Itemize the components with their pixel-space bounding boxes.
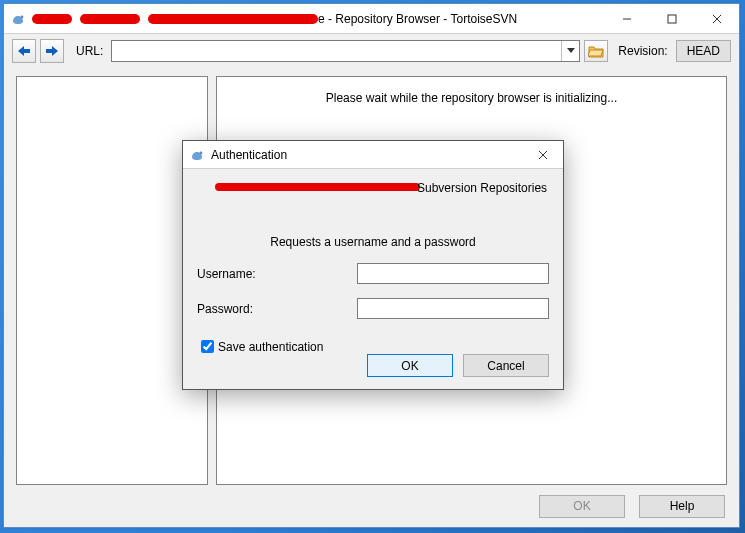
revision-label: Revision: (618, 44, 667, 58)
username-field[interactable] (357, 263, 549, 284)
help-button[interactable]: Help (639, 495, 725, 518)
loading-text: Please wait while the repository browser… (326, 91, 617, 105)
username-label: Username: (197, 267, 357, 281)
auth-cancel-button[interactable]: Cancel (463, 354, 549, 377)
ok-label: OK (401, 359, 418, 373)
maximize-button[interactable] (649, 4, 694, 33)
cancel-label: Cancel (487, 359, 524, 373)
minimize-button[interactable] (604, 4, 649, 33)
repo-suffix: Subversion Repositories (417, 181, 547, 195)
redacted-repo-url (215, 183, 420, 191)
titlebar[interactable]: e - Repository Browser - TortoiseSVN (4, 4, 739, 34)
ok-label: OK (573, 499, 590, 513)
help-label: Help (670, 499, 695, 513)
auth-ok-button[interactable]: OK (367, 354, 453, 377)
svg-rect-2 (668, 15, 676, 23)
save-auth-label: Save authentication (218, 340, 323, 354)
toolbar: URL: Revision: HEAD (4, 34, 739, 68)
password-field[interactable] (357, 298, 549, 319)
dialog-close-button[interactable] (523, 141, 563, 168)
tortoisesvn-icon (10, 11, 26, 27)
footer: OK Help (4, 485, 739, 527)
open-folder-button[interactable] (584, 40, 608, 62)
save-auth-checkbox[interactable] (201, 340, 214, 353)
main-ok-button[interactable]: OK (539, 495, 625, 518)
tree-pane[interactable] (16, 76, 208, 485)
repository-browser-window: e - Repository Browser - TortoiseSVN URL… (3, 3, 740, 528)
svg-point-0 (21, 15, 24, 18)
forward-button[interactable] (40, 39, 64, 63)
auth-instruction: Requests a username and a password (197, 235, 549, 249)
url-label: URL: (76, 44, 103, 58)
dialog-title: Authentication (211, 148, 287, 162)
tortoisesvn-icon (189, 147, 205, 163)
dialog-titlebar[interactable]: Authentication (183, 141, 563, 169)
url-combobox[interactable] (111, 40, 580, 62)
authentication-dialog: Authentication Subversion Repositories R… (182, 140, 564, 390)
head-revision-button[interactable]: HEAD (676, 40, 731, 62)
redacted-title-part (32, 14, 72, 24)
redacted-title-part (148, 14, 318, 24)
window-title-suffix: e - Repository Browser - TortoiseSVN (318, 12, 517, 26)
back-button[interactable] (12, 39, 36, 63)
close-button[interactable] (694, 4, 739, 33)
redacted-title-part (80, 14, 140, 24)
chevron-down-icon[interactable] (561, 41, 579, 61)
password-label: Password: (197, 302, 357, 316)
svg-point-5 (200, 151, 203, 154)
